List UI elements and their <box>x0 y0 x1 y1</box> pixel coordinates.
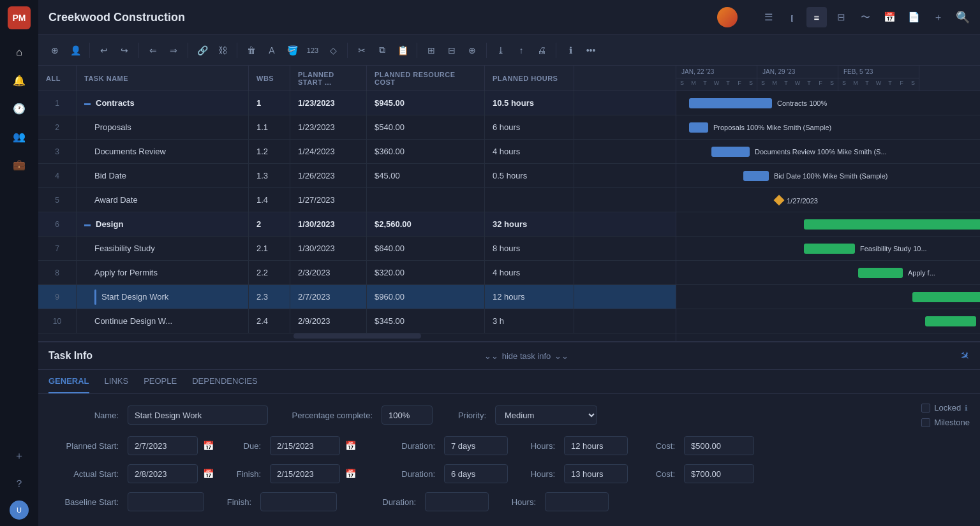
indent-right-button[interactable]: ⇒ <box>165 41 182 59</box>
pct-input[interactable] <box>382 405 433 425</box>
more-button[interactable]: ••• <box>582 41 600 59</box>
link-button[interactable]: 🔗 <box>193 41 211 59</box>
zoom-button[interactable]: ⊕ <box>463 41 481 59</box>
sidebar-notifications-icon[interactable]: 🔔 <box>8 69 31 92</box>
due-cal-icon[interactable]: 📅 <box>345 441 356 451</box>
planned-duration-input[interactable] <box>444 436 508 455</box>
gantt-bar[interactable]: Proposals 100% Mike Smith (Sample) <box>689 122 708 133</box>
table-row[interactable]: 9 Start Design Work 2.3 2/7/2023 $960.00… <box>38 285 676 309</box>
activity-view-icon[interactable]: 〜 <box>855 7 875 27</box>
table-row[interactable]: 5 Award Date 1.4 1/27/2023 <box>38 188 676 212</box>
file-view-icon[interactable]: 📄 <box>903 7 924 27</box>
indent-left-button[interactable]: ⇐ <box>144 41 162 59</box>
table-row[interactable]: 2 Proposals 1.1 1/23/2023 $540.00 6 hour… <box>38 115 676 140</box>
grid-left-button[interactable]: ⊞ <box>422 41 440 59</box>
table-row[interactable]: 8 Apply for Permits 2.2 2/3/2023 $320.00… <box>38 261 676 285</box>
actual-start-input[interactable] <box>128 464 198 483</box>
share-button[interactable]: ↑ <box>512 41 530 59</box>
redo-button[interactable]: ↪ <box>115 41 133 59</box>
search-icon[interactable]: 🔍 <box>956 10 970 24</box>
scrollbar-thumb[interactable] <box>293 333 421 339</box>
tab-people[interactable]: PEOPLE <box>144 370 177 393</box>
gantt-bar[interactable]: Contracts 100% <box>689 98 772 108</box>
gantt-chart-row: 1/27/2023 <box>676 188 980 212</box>
copy-button[interactable]: ⧉ <box>373 41 391 59</box>
sidebar-help-icon[interactable]: ？ <box>8 472 31 495</box>
add-view-icon[interactable]: ＋ <box>928 7 948 27</box>
gantt-bar[interactable] <box>804 219 980 230</box>
planned-hours-input[interactable] <box>564 436 628 455</box>
baseline-duration-input[interactable] <box>425 492 489 511</box>
chart-view-icon[interactable]: ⫿ <box>782 7 803 27</box>
sidebar-clock-icon[interactable]: 🕐 <box>8 97 31 120</box>
task-name-input[interactable] <box>128 405 268 425</box>
gantt-chart-row: Bid Date 100% Mike Smith (Sample) <box>676 164 980 188</box>
table-row[interactable]: 1 ▬ Contracts 1 1/23/2023 $945.00 10.5 h… <box>38 91 676 115</box>
top-bar: Creekwood Construction ☰ ⫿ ≡ ⊟ 〜 📅 📄 ＋ 🔍 <box>38 0 980 35</box>
text-button[interactable]: A <box>263 41 281 59</box>
gantt-bar[interactable] <box>925 316 976 326</box>
locked-checkbox[interactable] <box>921 404 930 413</box>
export-button[interactable]: ⤓ <box>492 41 510 59</box>
gantt-bar[interactable] <box>912 292 980 302</box>
undo-button[interactable]: ↩ <box>95 41 113 59</box>
user-avatar[interactable]: U <box>10 500 29 520</box>
sidebar-add-icon[interactable]: ＋ <box>8 444 31 467</box>
add-person-button[interactable]: 👤 <box>66 41 84 59</box>
tab-links[interactable]: LINKS <box>105 370 129 393</box>
grid-button[interactable]: ⊟ <box>443 41 461 59</box>
list-view-icon[interactable]: ☰ <box>758 7 778 27</box>
hide-task-info-button[interactable]: ⌄⌄ hide task info ⌄⌄ <box>484 351 569 361</box>
collapse-icon[interactable]: ▬ <box>84 221 91 228</box>
table-row[interactable]: 3 Documents Review 1.2 1/24/2023 $360.00… <box>38 140 676 164</box>
tab-dependencies[interactable]: DEPENDENCIES <box>192 370 258 393</box>
delete-button[interactable]: 🗑 <box>242 41 260 59</box>
planned-cost-input[interactable] <box>684 436 754 455</box>
collapse-icon[interactable]: ▬ <box>84 99 91 106</box>
gantt-bar[interactable]: Bid Date 100% Mike Smith (Sample) <box>743 171 769 181</box>
table-row[interactable]: 7 Feasibility Study 2.1 1/30/2023 $640.0… <box>38 237 676 261</box>
actual-duration-input[interactable] <box>444 464 508 483</box>
paste-button[interactable]: 📋 <box>394 41 412 59</box>
print-button[interactable]: 🖨 <box>533 41 551 59</box>
table-row[interactable]: 6 ▬ Design 2 1/30/2023 $2,560.00 32 hour… <box>38 212 676 237</box>
table-row[interactable]: 10 Continue Design W... 2.4 2/9/2023 $34… <box>38 309 676 333</box>
milestone-checkbox[interactable] <box>921 418 930 427</box>
gantt-bar[interactable]: Documents Review 100% Mike Smith (S... <box>711 147 750 157</box>
gantt-day: T <box>803 78 815 87</box>
baseline-finish-input[interactable] <box>260 492 337 511</box>
number-button[interactable]: 123 <box>304 41 322 59</box>
send-icon[interactable]: ✈ <box>956 347 973 364</box>
finish-cal-icon[interactable]: 📅 <box>345 469 356 479</box>
planned-start-input[interactable] <box>128 436 198 455</box>
diamond-button[interactable]: ◇ <box>324 41 342 59</box>
sidebar-briefcase-icon[interactable]: 💼 <box>8 153 31 176</box>
sidebar-home-icon[interactable]: ⌂ <box>8 41 31 64</box>
due-input[interactable] <box>270 436 340 455</box>
planned-start-cal-icon[interactable]: 📅 <box>203 441 214 451</box>
unlink-button[interactable]: ⛓ <box>214 41 232 59</box>
sidebar-people-icon[interactable]: 👥 <box>8 125 31 148</box>
gantt-bar[interactable]: Apply f... <box>858 268 903 278</box>
baseline-start-input[interactable] <box>128 492 204 511</box>
form-row-4: Baseline Start: Finish: Duration: Hours: <box>48 492 970 511</box>
finish-input[interactable] <box>270 464 340 483</box>
board-view-icon[interactable]: ⊟ <box>831 7 851 27</box>
gantt-view-icon[interactable]: ≡ <box>806 7 827 27</box>
baseline-hours-input[interactable] <box>545 492 609 511</box>
add-task-button[interactable]: ⊕ <box>46 41 64 59</box>
locked-info-icon[interactable]: ℹ <box>965 404 968 413</box>
cut-button[interactable]: ✂ <box>353 41 371 59</box>
calendar-view-icon[interactable]: 📅 <box>879 7 900 27</box>
gantt-bar[interactable]: Feasibility Study 10... <box>804 244 855 254</box>
table-row[interactable]: 4 Bid Date 1.3 1/26/2023 $45.00 0.5 hour… <box>38 164 676 188</box>
paint-button[interactable]: 🪣 <box>283 41 301 59</box>
tab-general[interactable]: GENERAL <box>48 370 89 393</box>
priority-select[interactable]: Medium Low High <box>495 405 597 425</box>
info-button[interactable]: ℹ <box>561 41 579 59</box>
actual-cost-input[interactable] <box>684 464 754 483</box>
actual-start-cal-icon[interactable]: 📅 <box>203 469 214 479</box>
scrollbar[interactable] <box>38 333 676 339</box>
actual-hours-input[interactable] <box>564 464 628 483</box>
project-title: Creekwood Construction <box>48 11 709 24</box>
